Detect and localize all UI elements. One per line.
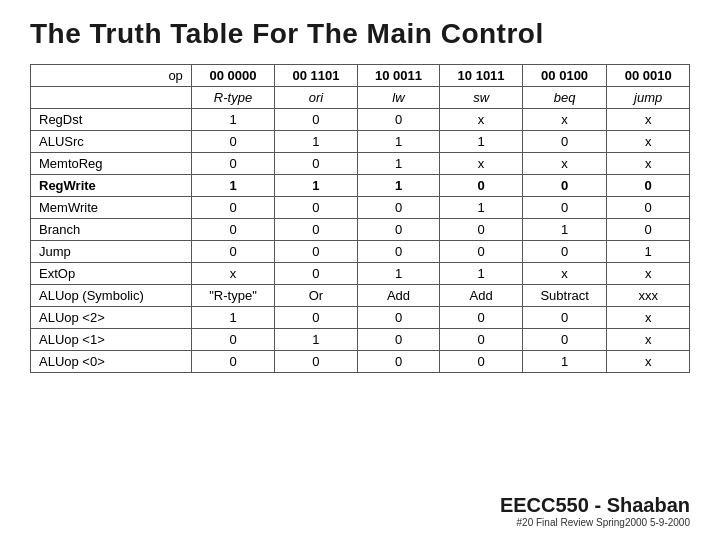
col-header-2-3: lw — [357, 87, 440, 109]
cell-3-0: 1 — [191, 175, 274, 197]
table-row: MemtoReg001xxx — [31, 153, 690, 175]
cell-2-3: x — [440, 153, 523, 175]
cell-2-0: 0 — [191, 153, 274, 175]
row-label-1: ALUSrc — [31, 131, 192, 153]
col-header-1-6: 00 0010 — [607, 65, 690, 87]
row-label-7: ExtOp — [31, 263, 192, 285]
cell-11-2: 0 — [357, 351, 440, 373]
cell-10-2: 0 — [357, 329, 440, 351]
row-label-8: ALUop (Symbolic) — [31, 285, 192, 307]
cell-1-4: 0 — [522, 131, 606, 153]
table-row: Branch000010 — [31, 219, 690, 241]
table-row: MemWrite000100 — [31, 197, 690, 219]
footer-sub: #20 Final Review Spring2000 5-9-2000 — [500, 517, 690, 528]
cell-2-1: 0 — [275, 153, 358, 175]
cell-5-1: 0 — [275, 219, 358, 241]
table-row: ALUop <2>10000x — [31, 307, 690, 329]
cell-6-0: 0 — [191, 241, 274, 263]
cell-8-2: Add — [357, 285, 440, 307]
col-header-1-5: 00 0100 — [522, 65, 606, 87]
footer: EECC550 - Shaaban #20 Final Review Sprin… — [500, 494, 690, 528]
cell-10-4: 0 — [522, 329, 606, 351]
row-label-5: Branch — [31, 219, 192, 241]
table-body: RegDst100xxxALUSrc01110xMemtoReg001xxxRe… — [31, 109, 690, 373]
cell-8-5: xxx — [607, 285, 690, 307]
cell-11-5: x — [607, 351, 690, 373]
cell-0-4: x — [522, 109, 606, 131]
table-row: ALUop <0>00001x — [31, 351, 690, 373]
table-row: RegWrite111000 — [31, 175, 690, 197]
table-row: ExtOpx011xx — [31, 263, 690, 285]
cell-10-0: 0 — [191, 329, 274, 351]
cell-4-0: 0 — [191, 197, 274, 219]
cell-0-0: 1 — [191, 109, 274, 131]
cell-5-2: 0 — [357, 219, 440, 241]
cell-5-5: 0 — [607, 219, 690, 241]
row-label-6: Jump — [31, 241, 192, 263]
truth-table-container: op00 000000 110110 001110 101100 010000 … — [30, 64, 690, 373]
cell-4-1: 0 — [275, 197, 358, 219]
cell-4-2: 0 — [357, 197, 440, 219]
row-label-11: ALUop <0> — [31, 351, 192, 373]
row-label-2: MemtoReg — [31, 153, 192, 175]
cell-9-0: 1 — [191, 307, 274, 329]
col-header-1-2: 00 1101 — [275, 65, 358, 87]
cell-3-1: 1 — [275, 175, 358, 197]
cell-0-5: x — [607, 109, 690, 131]
col-header-1-3: 10 0011 — [357, 65, 440, 87]
cell-7-4: x — [522, 263, 606, 285]
table-row: ALUop <1>01000x — [31, 329, 690, 351]
col-header-1-0: op — [31, 65, 192, 87]
col-header-2-0 — [31, 87, 192, 109]
cell-6-1: 0 — [275, 241, 358, 263]
row-label-3: RegWrite — [31, 175, 192, 197]
cell-5-4: 1 — [522, 219, 606, 241]
cell-11-3: 0 — [440, 351, 523, 373]
cell-10-1: 1 — [275, 329, 358, 351]
cell-7-3: 1 — [440, 263, 523, 285]
cell-6-2: 0 — [357, 241, 440, 263]
col-header-1-4: 10 1011 — [440, 65, 523, 87]
cell-1-5: x — [607, 131, 690, 153]
cell-8-0: "R-type" — [191, 285, 274, 307]
cell-2-5: x — [607, 153, 690, 175]
cell-7-2: 1 — [357, 263, 440, 285]
cell-5-0: 0 — [191, 219, 274, 241]
table-row: Jump000001 — [31, 241, 690, 263]
table-row: ALUop (Symbolic)"R-type"OrAddAddSubtract… — [31, 285, 690, 307]
cell-8-1: Or — [275, 285, 358, 307]
cell-1-2: 1 — [357, 131, 440, 153]
cell-11-1: 0 — [275, 351, 358, 373]
col-header-2-5: beq — [522, 87, 606, 109]
cell-7-1: 0 — [275, 263, 358, 285]
table-header-row2: R-typeorilwswbeqjump — [31, 87, 690, 109]
row-label-9: ALUop <2> — [31, 307, 192, 329]
cell-5-3: 0 — [440, 219, 523, 241]
cell-9-1: 0 — [275, 307, 358, 329]
table-header-row1: op00 000000 110110 001110 101100 010000 … — [31, 65, 690, 87]
cell-11-4: 1 — [522, 351, 606, 373]
cell-2-2: 1 — [357, 153, 440, 175]
truth-table: op00 000000 110110 001110 101100 010000 … — [30, 64, 690, 373]
row-label-4: MemWrite — [31, 197, 192, 219]
cell-8-4: Subtract — [522, 285, 606, 307]
col-header-2-4: sw — [440, 87, 523, 109]
cell-1-1: 1 — [275, 131, 358, 153]
cell-10-5: x — [607, 329, 690, 351]
cell-9-2: 0 — [357, 307, 440, 329]
cell-0-1: 0 — [275, 109, 358, 131]
col-header-2-1: R-type — [191, 87, 274, 109]
cell-9-4: 0 — [522, 307, 606, 329]
cell-4-5: 0 — [607, 197, 690, 219]
cell-6-5: 1 — [607, 241, 690, 263]
cell-10-3: 0 — [440, 329, 523, 351]
cell-8-3: Add — [440, 285, 523, 307]
table-row: RegDst100xxx — [31, 109, 690, 131]
cell-3-5: 0 — [607, 175, 690, 197]
cell-0-3: x — [440, 109, 523, 131]
cell-11-0: 0 — [191, 351, 274, 373]
cell-3-2: 1 — [357, 175, 440, 197]
cell-6-4: 0 — [522, 241, 606, 263]
table-row: ALUSrc01110x — [31, 131, 690, 153]
cell-1-0: 0 — [191, 131, 274, 153]
